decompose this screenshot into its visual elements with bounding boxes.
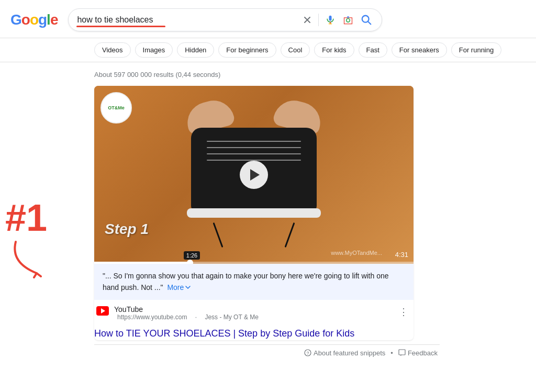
source-name: YouTube bbox=[114, 305, 390, 313]
svg-rect-0 bbox=[329, 16, 332, 21]
search-bar-wrapper bbox=[68, 8, 382, 31]
more-button[interactable]: More bbox=[167, 283, 191, 292]
youtube-play-icon bbox=[101, 308, 105, 313]
source-url: https://www.youtube.com · Jess - My OT &… bbox=[114, 313, 390, 321]
play-button[interactable] bbox=[240, 161, 268, 189]
video-bg: OT&Me Step 1 www.MyOTandMe... 1:26 bbox=[94, 86, 414, 264]
feedback-icon bbox=[398, 349, 406, 356]
search-filters: Videos Images Hidden For beginners Cool … bbox=[0, 38, 536, 62]
progress-thumb[interactable] bbox=[187, 260, 193, 264]
logo-g: G bbox=[10, 12, 21, 28]
logo-o1: o bbox=[21, 12, 30, 28]
video-progress-area: 1:26 4:31 bbox=[94, 262, 414, 264]
search-underline bbox=[76, 26, 165, 27]
svg-line-5 bbox=[368, 21, 371, 24]
image-search-button[interactable] bbox=[342, 14, 354, 26]
lace-left bbox=[213, 222, 224, 248]
logo-l: l bbox=[47, 12, 50, 28]
clear-button[interactable] bbox=[302, 14, 313, 26]
dot-separator: • bbox=[390, 349, 393, 357]
source-text: YouTube https://www.youtube.com · Jess -… bbox=[114, 305, 390, 321]
filter-fast[interactable]: Fast bbox=[359, 42, 387, 58]
progress-fill bbox=[94, 262, 190, 264]
featured-snippets-label: About featured snippets bbox=[314, 349, 385, 357]
about-featured-snippets[interactable]: ? About featured snippets bbox=[304, 349, 385, 357]
close-icon bbox=[303, 15, 312, 25]
filter-videos[interactable]: Videos bbox=[94, 42, 131, 58]
source-url-text: https://www.youtube.com bbox=[117, 313, 187, 321]
logo-g2: g bbox=[38, 12, 47, 28]
main-content: About 597 000 000 results (0,44 seconds) bbox=[0, 62, 450, 366]
logo-o2: o bbox=[30, 12, 38, 28]
video-transcript: "... So I'm gonna show you that again to… bbox=[94, 264, 414, 300]
video-thumbnail[interactable]: OT&Me Step 1 www.MyOTandMe... 1:26 bbox=[94, 86, 414, 264]
results-count: About 597 000 000 results (0,44 seconds) bbox=[94, 71, 440, 79]
logo-e: e bbox=[50, 12, 58, 28]
voice-search-button[interactable] bbox=[324, 14, 337, 26]
result-title-link[interactable]: How to TIE YOUR SHOELACES | Step by Step… bbox=[94, 327, 414, 340]
filter-for-sneakers[interactable]: For sneakers bbox=[392, 42, 447, 58]
microphone-icon bbox=[325, 15, 336, 25]
google-logo: Google bbox=[10, 12, 58, 28]
three-dots-button[interactable]: ⋮ bbox=[396, 305, 411, 319]
filter-for-kids[interactable]: For kids bbox=[314, 42, 354, 58]
search-bar bbox=[68, 8, 382, 31]
play-icon bbox=[250, 169, 260, 181]
more-label: More bbox=[167, 283, 184, 292]
transcript-text: "... So I'm gonna show you that again to… bbox=[103, 272, 389, 292]
filter-images[interactable]: Images bbox=[135, 42, 173, 58]
filter-hidden[interactable]: Hidden bbox=[177, 42, 214, 58]
feedback-item[interactable]: Feedback bbox=[398, 349, 438, 357]
svg-text:?: ? bbox=[307, 351, 309, 356]
video-duration: 4:31 bbox=[395, 251, 408, 259]
progress-tooltip: 1:26 bbox=[184, 251, 200, 260]
source-separator: · bbox=[195, 313, 197, 321]
question-icon: ? bbox=[304, 349, 311, 356]
search-icon bbox=[361, 14, 372, 26]
search-input[interactable] bbox=[77, 15, 296, 25]
shoe-sole bbox=[187, 208, 321, 218]
search-button[interactable] bbox=[360, 13, 373, 27]
svg-point-3 bbox=[347, 19, 350, 23]
channel-logo: OT&Me bbox=[100, 92, 132, 124]
watermark: www.MyOTandMe... bbox=[331, 250, 382, 256]
channel-logo-text: OT&Me bbox=[108, 105, 125, 111]
step-text: Step 1 bbox=[105, 221, 149, 238]
chevron-down-icon bbox=[185, 284, 191, 290]
filter-cool[interactable]: Cool bbox=[281, 42, 310, 58]
featured-footer: ? About featured snippets • Feedback bbox=[94, 344, 440, 361]
filter-for-beginners[interactable]: For beginners bbox=[218, 42, 276, 58]
feedback-label: Feedback bbox=[408, 349, 438, 357]
youtube-icon bbox=[96, 306, 109, 316]
source-info: YouTube https://www.youtube.com · Jess -… bbox=[94, 300, 414, 326]
video-card: OT&Me Step 1 www.MyOTandMe... 1:26 bbox=[94, 86, 414, 340]
divider bbox=[318, 14, 319, 26]
header: Google bbox=[0, 0, 536, 38]
camera-icon bbox=[343, 15, 353, 25]
filter-for-running[interactable]: For running bbox=[451, 42, 501, 58]
lace-right bbox=[285, 222, 295, 248]
source-channel: Jess - My OT & Me bbox=[205, 313, 258, 321]
svg-rect-8 bbox=[399, 350, 405, 355]
search-icons bbox=[302, 13, 373, 27]
progress-bar[interactable] bbox=[94, 262, 414, 264]
